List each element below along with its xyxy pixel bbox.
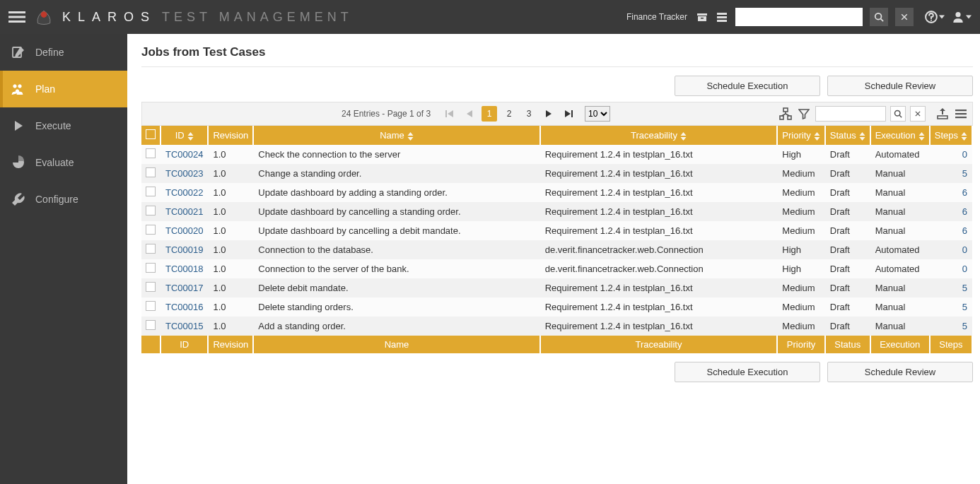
steps-link[interactable]: 5	[962, 283, 967, 293]
sidebar-item-define[interactable]: Define	[0, 34, 127, 71]
table-row: TC000161.0Delete standing orders.Require…	[141, 297, 972, 317]
col-priority-footer: Priority	[777, 336, 824, 353]
table-search-button[interactable]	[890, 106, 906, 122]
schedule-execution-button[interactable]: Schedule Execution	[675, 362, 820, 382]
prev-page-icon[interactable]	[462, 106, 477, 122]
col-traceability[interactable]: Traceability	[540, 126, 778, 145]
svg-rect-9	[717, 20, 727, 22]
first-page-icon[interactable]	[442, 106, 457, 122]
execution-cell: Manual	[870, 317, 930, 336]
steps-link[interactable]: 6	[962, 187, 967, 198]
filter-icon[interactable]	[797, 107, 811, 121]
id-link[interactable]: TC00023	[165, 168, 203, 179]
app-logo-icon	[34, 7, 54, 27]
sidebar-item-evaluate[interactable]: Evaluate	[0, 144, 127, 181]
id-link[interactable]: TC00020	[165, 225, 203, 236]
sidebar-item-plan[interactable]: Plan	[0, 71, 127, 107]
table-search-clear-button[interactable]	[910, 106, 926, 122]
steps-link[interactable]: 0	[962, 149, 967, 160]
name-cell: Change a standing order.	[253, 164, 539, 183]
sidebar: Define Plan Execute Evaluate Configure	[0, 34, 127, 484]
last-page-icon[interactable]	[561, 106, 576, 122]
col-priority[interactable]: Priority	[777, 126, 824, 145]
row-checkbox[interactable]	[146, 206, 156, 216]
page-1[interactable]: 1	[482, 106, 497, 122]
col-name-footer: Name	[253, 336, 539, 353]
row-checkbox[interactable]	[146, 148, 156, 158]
row-checkbox[interactable]	[146, 320, 156, 330]
col-id[interactable]: ID	[161, 126, 208, 145]
user-menu[interactable]	[952, 11, 972, 23]
svg-rect-23	[783, 108, 788, 112]
steps-link[interactable]: 0	[962, 244, 967, 255]
list-view-icon[interactable]	[716, 11, 728, 23]
top-header: KLAROS TEST MANAGEMENT Finance Tracker	[0, 0, 980, 34]
col-revision[interactable]: Revision	[208, 126, 253, 145]
svg-rect-21	[445, 110, 447, 117]
steps-link[interactable]: 0	[962, 264, 967, 274]
page-3[interactable]: 3	[521, 106, 537, 122]
status-cell: Draft	[825, 278, 870, 297]
revision-cell: 1.0	[208, 145, 253, 164]
id-link[interactable]: TC00021	[165, 206, 203, 217]
execution-cell: Manual	[870, 221, 930, 240]
id-link[interactable]: TC00016	[165, 302, 203, 312]
svg-rect-22	[571, 110, 573, 117]
global-search-input[interactable]	[735, 8, 863, 26]
steps-link[interactable]: 5	[962, 168, 967, 179]
svg-rect-1	[8, 16, 25, 18]
col-steps[interactable]: Steps	[930, 126, 972, 145]
archive-icon[interactable]	[696, 11, 708, 23]
traceability-cell: Requirement 1.2.4 in testplan_16.txt	[540, 278, 778, 297]
id-link[interactable]: TC00022	[165, 187, 203, 198]
execution-cell: Automated	[870, 240, 930, 259]
schedule-execution-button[interactable]: Schedule Execution	[675, 76, 820, 96]
pagination-summary: 24 Entries - Page 1 of 3	[342, 109, 431, 119]
steps-link[interactable]: 6	[962, 225, 967, 236]
revision-cell: 1.0	[208, 240, 253, 259]
id-link[interactable]: TC00024	[165, 149, 203, 160]
row-checkbox[interactable]	[146, 263, 156, 273]
action-buttons-bottom: Schedule Execution Schedule Review	[141, 362, 973, 382]
id-link[interactable]: TC00017	[165, 283, 203, 293]
row-checkbox[interactable]	[146, 244, 156, 254]
col-traceability-footer: Traceability	[540, 336, 778, 353]
col-status[interactable]: Status	[825, 126, 870, 145]
id-link[interactable]: TC00018	[165, 264, 203, 274]
hierarchy-icon[interactable]	[778, 107, 793, 121]
sidebar-item-configure[interactable]: Configure	[0, 181, 127, 218]
id-link[interactable]: TC00015	[165, 321, 203, 331]
row-checkbox[interactable]	[146, 167, 156, 177]
steps-link[interactable]: 6	[962, 206, 967, 217]
steps-link[interactable]: 5	[962, 321, 967, 331]
select-all-checkbox[interactable]	[146, 129, 156, 139]
svg-rect-7	[717, 13, 727, 15]
table-menu-icon[interactable]	[954, 107, 968, 121]
sidebar-item-label: Configure	[35, 194, 78, 205]
page-size-select[interactable]: 10	[585, 106, 610, 122]
id-link[interactable]: TC00019	[165, 244, 203, 255]
table-search-input[interactable]	[815, 106, 886, 122]
row-checkbox[interactable]	[146, 187, 156, 196]
execution-cell: Manual	[870, 164, 930, 183]
table-row: TC000181.0Connection to the server of th…	[141, 259, 972, 278]
global-search-clear-button[interactable]	[895, 8, 914, 26]
col-execution[interactable]: Execution	[870, 126, 930, 145]
next-page-icon[interactable]	[541, 106, 556, 122]
global-search-button[interactable]	[870, 8, 888, 26]
row-checkbox[interactable]	[146, 301, 156, 311]
page-2[interactable]: 2	[501, 106, 517, 122]
brand-title: KLAROS	[62, 10, 156, 25]
help-menu[interactable]	[925, 11, 945, 23]
schedule-review-button[interactable]: Schedule Review	[827, 362, 973, 382]
row-checkbox[interactable]	[146, 282, 156, 292]
col-name[interactable]: Name	[253, 126, 539, 145]
name-cell: Update dashboard by adding a standing or…	[253, 183, 539, 202]
export-icon[interactable]	[935, 107, 950, 121]
schedule-review-button[interactable]: Schedule Review	[827, 76, 973, 96]
menu-toggle-icon[interactable]	[8, 8, 25, 25]
col-execution-footer: Execution	[870, 336, 930, 353]
steps-link[interactable]: 5	[962, 302, 967, 312]
sidebar-item-execute[interactable]: Execute	[0, 107, 127, 144]
row-checkbox[interactable]	[146, 225, 156, 235]
